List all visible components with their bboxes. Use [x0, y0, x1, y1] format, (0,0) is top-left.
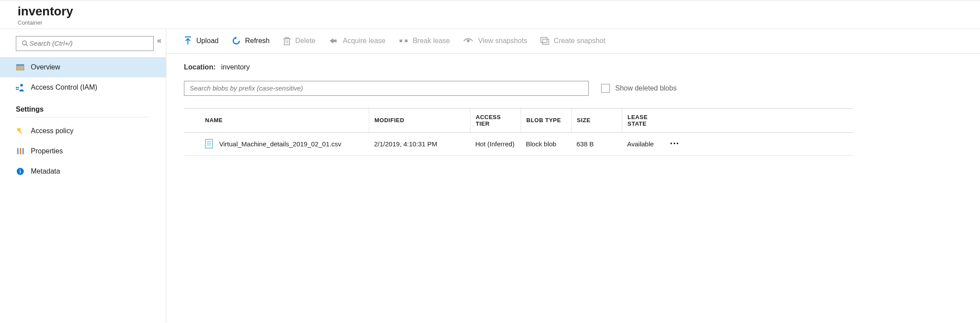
svg-point-0 [22, 41, 26, 45]
key-icon [16, 127, 25, 135]
sidebar-search[interactable] [16, 36, 154, 51]
refresh-icon [232, 36, 241, 45]
blob-access-tier: Hot (Inferred) [470, 140, 521, 148]
svg-rect-6 [16, 89, 19, 90]
sidebar-search-input[interactable] [29, 40, 149, 47]
col-lease-state[interactable]: LEASE STATE [622, 109, 666, 132]
col-name[interactable]: NAME [184, 109, 369, 132]
show-deleted-label: Show deleted blobs [615, 84, 677, 92]
svg-rect-9 [17, 148, 18, 154]
sidebar-item-label: Access Control (IAM) [31, 83, 97, 91]
info-icon: i [16, 167, 25, 176]
sidebar-item-overview[interactable]: Overview [0, 57, 166, 77]
show-deleted-checkbox[interactable]: Show deleted blobs [601, 84, 677, 93]
svg-rect-24 [543, 39, 549, 44]
col-modified[interactable]: MODIFIED [369, 109, 470, 132]
svg-rect-3 [16, 64, 24, 66]
location-row: Location: inventory [166, 54, 980, 71]
svg-point-22 [467, 40, 470, 42]
upload-button[interactable]: Upload [184, 36, 219, 45]
table-header: NAME MODIFIED ACCESS TIER BLOB TYPE SIZE… [184, 108, 853, 133]
search-icon [21, 39, 29, 48]
acquire-lease-icon [329, 37, 338, 44]
properties-icon [16, 147, 25, 156]
refresh-button[interactable]: Refresh [232, 36, 270, 45]
divider [16, 117, 150, 117]
svg-rect-25 [206, 139, 213, 148]
svg-rect-10 [20, 148, 21, 154]
sidebar: « Overview Access Control (IAM) Settings [0, 29, 166, 322]
sidebar-item-access-policy[interactable]: Access policy [0, 121, 166, 141]
eye-icon [463, 38, 473, 44]
acquire-lease-button: Acquire lease [329, 37, 385, 45]
break-lease-icon [399, 37, 408, 44]
col-access-tier[interactable]: ACCESS TIER [470, 109, 521, 132]
sidebar-item-label: Overview [31, 63, 60, 71]
checkbox-box[interactable] [601, 84, 610, 93]
blob-prefix-input[interactable] [190, 84, 583, 92]
location-label: Location: [184, 63, 216, 71]
snapshot-icon [540, 37, 549, 45]
table-row[interactable]: Virtual_Machine_details_2019_02_01.csv 2… [184, 133, 853, 156]
row-more-button[interactable]: ··· [666, 138, 683, 149]
collapse-sidebar-button[interactable]: « [157, 36, 161, 45]
resource-header: inventory Container [0, 0, 980, 29]
create-snapshot-button: Create snapshot [540, 37, 605, 45]
sidebar-item-metadata[interactable]: i Metadata [0, 161, 166, 181]
location-value: inventory [221, 63, 250, 71]
delete-icon [283, 36, 291, 45]
svg-rect-17 [284, 39, 290, 45]
svg-rect-21 [286, 37, 288, 39]
break-lease-button: Break lease [399, 37, 450, 45]
access-control-icon [16, 83, 25, 92]
sidebar-item-properties[interactable]: Properties [0, 141, 166, 161]
sidebar-section-settings: Settings [0, 98, 166, 117]
svg-rect-5 [16, 87, 19, 88]
blob-size: 638 B [571, 140, 622, 148]
sidebar-item-access-control[interactable]: Access Control (IAM) [0, 77, 166, 98]
blob-lease-state: Available [622, 140, 666, 148]
sidebar-item-label: Metadata [31, 167, 60, 175]
svg-rect-23 [541, 37, 547, 43]
blob-table: NAME MODIFIED ACCESS TIER BLOB TYPE SIZE… [184, 108, 853, 156]
svg-rect-8 [19, 131, 22, 134]
blob-blob-type: Block blob [521, 140, 571, 148]
svg-point-7 [17, 128, 21, 131]
page-subtitle: Container [18, 19, 962, 26]
page-title: inventory [18, 5, 962, 18]
svg-rect-11 [22, 148, 24, 154]
toolbar: Upload Refresh Delete Acquire lease [166, 29, 980, 54]
upload-icon [184, 36, 192, 45]
sidebar-item-label: Properties [31, 147, 63, 155]
svg-point-4 [20, 84, 23, 87]
col-blob-type[interactable]: BLOB TYPE [521, 109, 571, 132]
view-snapshots-button: View snapshots [463, 37, 527, 45]
main-content: Upload Refresh Delete Acquire lease [166, 29, 980, 322]
overview-icon [16, 63, 25, 72]
blob-prefix-search[interactable] [184, 81, 589, 96]
blob-modified: 2/1/2019, 4:10:31 PM [369, 140, 470, 148]
file-icon [205, 139, 213, 149]
blob-name: Virtual_Machine_details_2019_02_01.csv [219, 140, 341, 148]
sidebar-item-label: Access policy [31, 127, 73, 135]
svg-line-1 [26, 44, 28, 46]
delete-button: Delete [283, 36, 316, 45]
col-size[interactable]: SIZE [571, 109, 622, 132]
